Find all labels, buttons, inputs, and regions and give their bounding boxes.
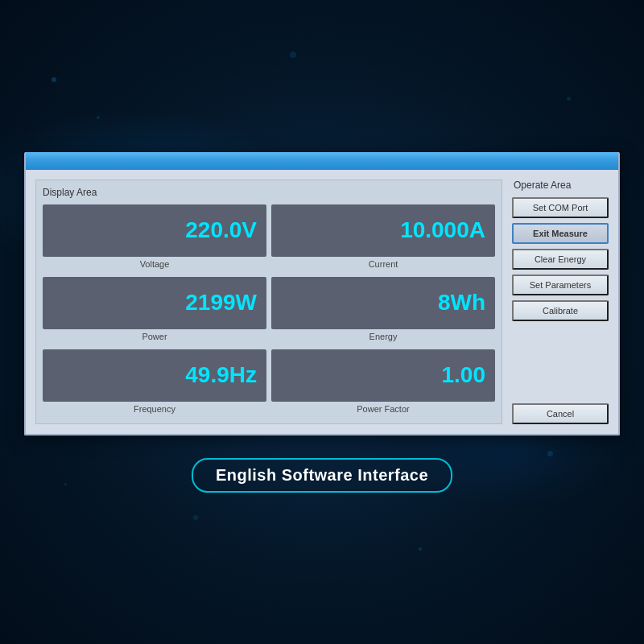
metric-value-power: 2199W (185, 290, 257, 316)
calibrate-button[interactable]: Calibrate (512, 300, 609, 321)
metric-value-energy: 8Wh (438, 290, 485, 316)
display-area: Display Area 220.0V Voltage 10.000A Curr… (35, 180, 502, 424)
dialog-content: Display Area 220.0V Voltage 10.000A Curr… (26, 170, 618, 434)
metric-value-current: 10.000A (400, 217, 485, 243)
set-parameters-button[interactable]: Set Parameters (512, 275, 609, 295)
dialog-titlebar (26, 152, 618, 170)
metric-display-power: 2199W (43, 277, 266, 329)
metric-value-power-factor: 1.00 (442, 362, 486, 388)
operate-area-title: Operate Area (512, 180, 609, 191)
metric-label-voltage: Voltage (140, 259, 170, 269)
metric-display-frequency: 49.9Hz (43, 349, 266, 402)
metric-label-power: Power (142, 332, 167, 341)
cancel-button[interactable]: Cancel (512, 403, 609, 424)
exit-measure-button[interactable]: Exit Measure (512, 223, 609, 244)
metric-cell-power: 2199W Power (43, 277, 266, 345)
operate-area: Operate Area Set COM Port Exit Measure C… (512, 180, 609, 424)
metric-label-energy: Energy (369, 332, 398, 341)
clear-energy-button[interactable]: Clear Energy (512, 249, 609, 270)
bottom-label-container: English Software Interface (192, 458, 452, 493)
metric-label-power-factor: Power Factor (357, 404, 409, 414)
metric-cell-power-factor: 1.00 Power Factor (271, 349, 495, 417)
metric-label-frequency: Frequency (134, 404, 175, 414)
button-spacer (512, 326, 609, 398)
metric-display-voltage: 220.0V (43, 204, 266, 257)
metric-cell-frequency: 49.9Hz Frequency (43, 349, 266, 417)
metric-display-current: 10.000A (271, 204, 495, 257)
metric-cell-energy: 8Wh Energy (271, 277, 495, 345)
metric-cell-current: 10.000A Current (271, 204, 495, 272)
metric-display-power-factor: 1.00 (271, 349, 495, 402)
main-dialog: Display Area 220.0V Voltage 10.000A Curr… (24, 152, 620, 436)
operate-buttons-wrapper: Set COM Port Exit Measure Clear Energy S… (512, 197, 609, 424)
metric-cell-voltage: 220.0V Voltage (43, 204, 266, 272)
metrics-grid: 220.0V Voltage 10.000A Current 2199W Pow… (43, 204, 495, 417)
metric-value-frequency: 49.9Hz (185, 362, 257, 388)
metric-label-current: Current (369, 259, 398, 269)
metric-display-energy: 8Wh (271, 277, 495, 329)
set-com-port-button[interactable]: Set COM Port (512, 197, 609, 218)
metric-value-voltage: 220.0V (185, 217, 257, 243)
display-area-title: Display Area (43, 187, 495, 198)
bottom-label: English Software Interface (192, 458, 452, 493)
